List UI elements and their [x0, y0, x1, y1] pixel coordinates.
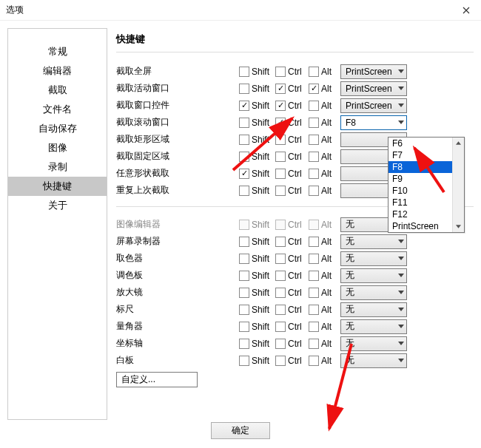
- checkbox[interactable]: [275, 152, 286, 162]
- modifier-ctrl: Ctrl: [275, 84, 304, 94]
- profile-select[interactable]: 自定义...: [116, 372, 198, 387]
- checkbox[interactable]: [309, 67, 319, 77]
- checkbox[interactable]: [239, 84, 249, 94]
- sidebar-item[interactable]: 关于: [8, 196, 107, 215]
- key-select[interactable]: PrintScreen: [340, 81, 407, 96]
- modifier-label: Shift: [252, 101, 271, 111]
- key-dropdown-list[interactable]: F6F7F8F9F10F11F12PrintScreen: [388, 137, 465, 233]
- sidebar-item[interactable]: 图像: [8, 138, 107, 157]
- modifier-alt: Alt: [309, 101, 336, 111]
- checkbox[interactable]: [275, 118, 286, 128]
- checkbox[interactable]: [275, 135, 286, 145]
- checkbox[interactable]: [309, 101, 319, 111]
- checkbox[interactable]: [309, 271, 319, 281]
- key-select[interactable]: 无: [340, 319, 407, 334]
- modifier-alt: Alt: [309, 288, 336, 298]
- checkbox[interactable]: [275, 322, 286, 332]
- checkbox[interactable]: [275, 67, 286, 77]
- checkbox[interactable]: [239, 356, 249, 366]
- scroll-down-icon[interactable]: [453, 221, 464, 232]
- checkbox[interactable]: [239, 237, 249, 247]
- checkbox[interactable]: [309, 322, 319, 332]
- checkbox[interactable]: [239, 169, 249, 179]
- key-select[interactable]: 无: [340, 285, 407, 300]
- shortcut-row: 调色板ShiftCtrlAlt无: [116, 267, 474, 284]
- close-icon: [462, 7, 470, 14]
- checkbox[interactable]: [239, 67, 249, 77]
- checkbox[interactable]: [309, 169, 319, 179]
- key-select[interactable]: 无: [340, 251, 407, 266]
- modifier-alt: Alt: [309, 186, 336, 196]
- modifier-label: Alt: [321, 220, 336, 230]
- key-select-value: 无: [346, 303, 354, 316]
- key-select[interactable]: 无: [340, 336, 407, 351]
- checkbox[interactable]: [239, 186, 249, 196]
- checkbox[interactable]: [309, 356, 319, 366]
- checkbox[interactable]: [275, 254, 286, 264]
- key-select[interactable]: 无: [340, 302, 407, 317]
- key-select[interactable]: PrintScreen: [340, 98, 407, 113]
- checkbox[interactable]: [239, 118, 249, 128]
- sidebar-item[interactable]: 快捷键: [8, 177, 107, 196]
- checkbox[interactable]: [309, 254, 319, 264]
- checkbox[interactable]: [239, 339, 249, 349]
- checkbox[interactable]: [239, 305, 249, 315]
- key-select[interactable]: 无: [340, 353, 407, 368]
- modifier-label: Ctrl: [288, 220, 304, 230]
- modifier-alt: Alt: [309, 339, 336, 349]
- checkbox[interactable]: [275, 305, 286, 315]
- shortcut-row: 截取活动窗口ShiftCtrlAltPrintScreen: [116, 80, 474, 97]
- checkbox[interactable]: [275, 237, 286, 247]
- modifier-label: Alt: [321, 339, 336, 349]
- ok-button[interactable]: 确定: [211, 422, 270, 439]
- checkbox[interactable]: [239, 135, 249, 145]
- checkbox[interactable]: [275, 186, 286, 196]
- key-select-value: PrintScreen: [346, 84, 392, 94]
- checkbox[interactable]: [309, 118, 319, 128]
- sidebar-item[interactable]: 截取: [8, 81, 107, 100]
- modifier-label: Alt: [321, 356, 336, 366]
- checkbox[interactable]: [275, 271, 286, 281]
- modifier-alt: Alt: [309, 237, 336, 247]
- shortcut-label: 截取矩形区域: [116, 133, 235, 146]
- modifier-label: Alt: [321, 152, 336, 162]
- checkbox[interactable]: [309, 152, 319, 162]
- checkbox[interactable]: [239, 254, 249, 264]
- sidebar-item[interactable]: 编辑器: [8, 61, 107, 81]
- close-button[interactable]: [451, 0, 481, 21]
- shortcut-row: 截取窗口控件ShiftCtrlAltPrintScreen: [116, 97, 474, 114]
- checkbox[interactable]: [239, 152, 249, 162]
- key-select[interactable]: 无: [340, 268, 407, 283]
- key-select[interactable]: PrintScreen: [340, 64, 407, 79]
- key-select[interactable]: F8: [340, 115, 407, 130]
- modifier-label: Ctrl: [288, 186, 304, 196]
- sidebar-item[interactable]: 文件名: [8, 100, 107, 119]
- sidebar-item[interactable]: 自动保存: [8, 119, 107, 138]
- checkbox[interactable]: [239, 271, 249, 281]
- modifier-ctrl: Ctrl: [275, 186, 304, 196]
- dropdown-scrollbar[interactable]: [452, 138, 464, 232]
- checkbox[interactable]: [309, 186, 319, 196]
- checkbox[interactable]: [309, 84, 319, 94]
- checkbox[interactable]: [275, 339, 286, 349]
- checkbox[interactable]: [275, 84, 286, 94]
- checkbox[interactable]: [309, 339, 319, 349]
- checkbox[interactable]: [309, 305, 319, 315]
- checkbox[interactable]: [239, 101, 249, 111]
- checkbox[interactable]: [275, 356, 286, 366]
- scroll-up-icon[interactable]: [453, 138, 464, 149]
- checkbox[interactable]: [275, 101, 286, 111]
- modifier-label: Alt: [321, 84, 336, 94]
- checkbox[interactable]: [275, 288, 286, 298]
- sidebar-item[interactable]: 录制: [8, 157, 107, 177]
- checkbox[interactable]: [239, 288, 249, 298]
- checkbox[interactable]: [275, 169, 286, 179]
- checkbox[interactable]: [239, 322, 249, 332]
- sidebar-item-label: 常规: [48, 45, 67, 58]
- checkbox[interactable]: [309, 237, 319, 247]
- modifier-ctrl: Ctrl: [275, 288, 304, 298]
- checkbox[interactable]: [309, 135, 319, 145]
- key-select[interactable]: 无: [340, 234, 407, 249]
- sidebar-item[interactable]: 常规: [8, 42, 107, 61]
- checkbox[interactable]: [309, 288, 319, 298]
